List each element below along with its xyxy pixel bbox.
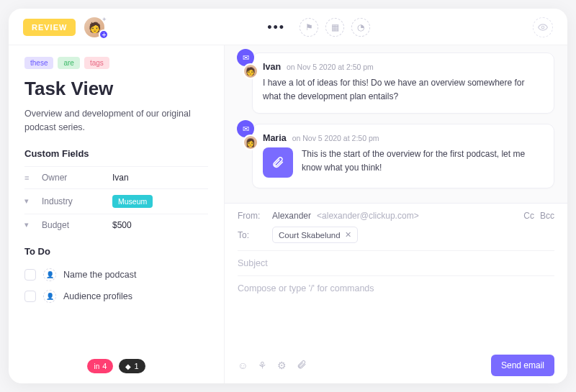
recipient-name: Court Skabelund [279,231,341,240]
attach-icon[interactable] [297,360,307,372]
divider [238,250,554,251]
activity-feed: ✉ 🧑 Ivan on Nov 5 2020 at 2:50 pm I have… [225,45,567,203]
tag[interactable]: tags [84,57,109,69]
remove-recipient-icon[interactable]: ✕ [345,230,351,240]
subject-input[interactable] [238,258,554,268]
todo-item[interactable]: 👤 Audience profiles [24,286,208,307]
mention-icon[interactable]: ⚘ [258,360,267,371]
cf-value[interactable]: Ivan [112,173,129,183]
header-bar: REVIEW 🧑 ✦ + ••• ⚑ ▦ ◔ [9,9,567,45]
flag-icon[interactable]: ⚑ [300,18,318,37]
cf-label: Budget [42,220,105,230]
svg-point-0 [541,26,544,29]
divider [238,275,554,276]
attachment-icon[interactable] [263,147,293,178]
app-window: REVIEW 🧑 ✦ + ••• ⚑ ▦ ◔ these are tags Ta… [9,9,567,383]
to-row: To: Court Skabelund ✕ [238,227,554,243]
from-label: From: [238,211,266,221]
more-menu-icon[interactable]: ••• [267,20,285,35]
checkbox[interactable] [24,269,36,281]
cf-value[interactable]: $500 [112,220,132,230]
calendar-icon[interactable]: ▦ [325,18,344,37]
figma-icon: ◆ [125,363,131,370]
tag[interactable]: are [58,57,79,69]
todo-label: Name the podcast [63,270,136,280]
review-status-button[interactable]: REVIEW [23,19,76,36]
add-assignee-icon[interactable]: + [99,29,109,40]
watch-icon[interactable] [533,17,553,37]
custom-fields-heading: Custom Fields [24,148,208,159]
comment-avatar: 👩 [243,135,258,150]
custom-field-row-budget: ▾ Budget $500 [24,214,208,236]
todo-item[interactable]: 👤 Name the podcast [24,264,208,286]
activity-panel: ✉ 🧑 Ivan on Nov 5 2020 at 2:50 pm I have… [225,45,567,383]
compose-body-input[interactable] [238,283,554,293]
task-title[interactable]: Task View [24,78,208,100]
cf-value-pill[interactable]: Museum [112,195,153,208]
from-name: Alexander [272,211,311,221]
attachments-bar: in 4 ◆ 1 [24,359,208,376]
settings-icon[interactable]: ⚙ [277,360,287,371]
figma-chip[interactable]: ◆ 1 [119,359,145,373]
recipient-chip[interactable]: Court Skabelund ✕ [272,227,358,243]
comment-avatar: 🧑 [243,63,258,79]
comment-timestamp: on Nov 5 2020 at 2:50 pm [292,134,379,142]
comment-card: ✉ 👩 Maria on Nov 5 2020 at 2:50 pm This … [252,124,554,188]
assignee-avatar[interactable]: 🧑 ✦ + [84,17,104,37]
cf-label: Industry [42,196,105,206]
dropdown-field-icon: ▾ [24,220,35,229]
text-field-icon: ≡ [24,173,35,182]
assign-icon[interactable]: 👤 [43,268,56,281]
task-details-panel: these are tags Task View Overview and de… [9,45,225,383]
todo-heading: To Do [24,246,208,257]
from-email: <alexander@clickup.com> [317,211,419,221]
emoji-icon[interactable]: ☺ [238,360,248,371]
task-description[interactable]: Overview and development of our original… [24,107,208,135]
composer-toolbar: ☺ ⚘ ⚙ Send email [238,349,554,376]
chip-count: 1 [134,362,138,370]
invision-icon: in [94,363,99,370]
quick-actions: ⚑ ▦ ◔ [300,18,370,37]
bcc-button[interactable]: Bcc [540,211,554,221]
cf-label: Owner [42,173,105,183]
custom-field-row-owner: ≡ Owner Ivan [24,166,208,188]
checkbox[interactable] [24,291,36,302]
email-composer: From: Alexander <alexander@clickup.com> … [225,203,567,383]
send-email-button[interactable]: Send email [491,355,554,376]
comment-timestamp: on Nov 5 2020 at 2:50 pm [287,63,374,71]
custom-field-row-industry: ▾ Industry Museum [24,188,208,214]
chip-count: 4 [102,362,107,370]
comment-body: This is the start of the overview for th… [302,147,542,174]
todo-label: Audience profiles [63,291,132,301]
comment-author: Ivan [263,62,281,72]
comment-body: I have a lot of ideas for this! Do we ha… [263,76,542,103]
comment-author: Maria [263,133,287,143]
dropdown-field-icon: ▾ [24,196,35,206]
sparkle-icon: ✦ [102,16,107,23]
tag-list: these are tags [24,57,208,69]
assign-icon[interactable]: 👤 [43,290,56,303]
to-label: To: [238,230,266,240]
main-body: these are tags Task View Overview and de… [9,45,567,383]
tag[interactable]: these [24,57,53,69]
invision-chip[interactable]: in 4 [87,359,113,373]
time-icon[interactable]: ◔ [351,18,370,37]
from-row: From: Alexander <alexander@clickup.com> … [238,211,554,221]
cc-button[interactable]: Cc [523,211,534,221]
comment-card: ✉ 🧑 Ivan on Nov 5 2020 at 2:50 pm I have… [252,53,554,114]
